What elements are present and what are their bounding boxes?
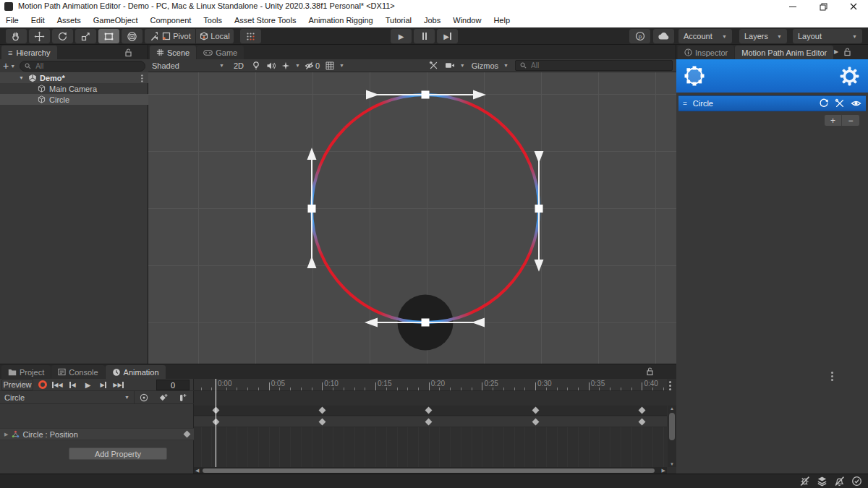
step-button[interactable]: ▶ [437, 29, 458, 43]
previous-key-button[interactable]: ◀ [65, 379, 80, 390]
scroll-right-icon[interactable]: ▶ [662, 468, 665, 474]
add-event-button[interactable] [172, 393, 191, 402]
scene-viewport[interactable] [148, 72, 676, 364]
timeline-menu-button[interactable] [666, 380, 673, 390]
animation-lock-toggle[interactable] [646, 367, 654, 376]
cloud-services-button[interactable] [653, 29, 674, 43]
tab-project[interactable]: Project [1, 365, 51, 379]
scene-tools-button[interactable] [429, 61, 438, 70]
timeline-ruler[interactable]: 0:000:050:100:150:200:250:300:350:40 [194, 379, 667, 391]
local-toggle-button[interactable]: Local [196, 29, 234, 43]
vertical-scroll-thumb[interactable] [669, 413, 675, 440]
keyframe-diamond[interactable] [532, 407, 539, 414]
layout-dropdown[interactable]: Layout▼ [793, 29, 862, 43]
scroll-down-icon[interactable]: ▼ [670, 462, 674, 466]
menu-item-tutorial[interactable]: Tutorial [386, 16, 412, 25]
inspector-lock-toggle[interactable] [843, 47, 851, 56]
eye-icon[interactable] [851, 99, 861, 108]
menu-item-file[interactable]: File [6, 16, 19, 25]
collapse-arrow-icon[interactable]: ▼ [19, 75, 24, 80]
minimize-button[interactable] [778, 0, 807, 13]
menu-item-tools[interactable]: Tools [203, 16, 222, 25]
play-button[interactable]: ▶ [391, 29, 412, 43]
cache-server-icon[interactable] [817, 476, 827, 487]
create-object-button[interactable]: + [3, 60, 9, 72]
position-keyframe-row[interactable] [194, 416, 667, 427]
last-key-button[interactable]: ▶▶ [111, 379, 126, 390]
remove-path-button[interactable]: − [842, 115, 859, 126]
path-list-item-circle[interactable]: = Circle [678, 95, 866, 111]
grid-snapping-button[interactable] [240, 29, 261, 43]
hierarchy-search-input[interactable] [34, 61, 140, 71]
keyframe-diamond[interactable] [425, 407, 433, 414]
scene-search-input[interactable] [529, 61, 668, 70]
2d-toggle-button[interactable]: 2D [231, 61, 246, 70]
menu-item-animation-rigging[interactable]: Animation Rigging [308, 16, 373, 25]
tab-scene[interactable]: Scene [150, 46, 196, 59]
scroll-left-icon[interactable]: ◀ [195, 468, 199, 474]
scale-tool-button[interactable] [75, 29, 96, 43]
transform-tool-button[interactable] [122, 29, 142, 43]
account-dropdown[interactable]: Account▼ [678, 29, 732, 43]
gizmos-dropdown[interactable]: Gizmos▼ [472, 61, 509, 70]
settings-gear-icon[interactable] [838, 65, 861, 87]
lighting-toggle-button[interactable] [252, 61, 260, 70]
scroll-up-icon[interactable]: ▲ [670, 406, 674, 411]
tab-console[interactable]: Console [51, 365, 104, 379]
scene-row-demo[interactable]: ▼ Demo* [0, 72, 148, 83]
pause-button[interactable] [414, 29, 435, 43]
keyframe-indicator-button[interactable] [135, 393, 153, 402]
move-tool-button[interactable] [29, 29, 50, 43]
add-property-button[interactable]: Add Property [69, 448, 167, 460]
menu-item-help[interactable]: Help [493, 16, 510, 25]
hand-tool-button[interactable] [6, 29, 27, 43]
animation-menu-button[interactable] [828, 371, 835, 381]
menu-item-window[interactable]: Window [453, 16, 481, 25]
menu-item-component[interactable]: Component [150, 16, 191, 25]
grid-visibility-dropdown[interactable]: ▼ [326, 61, 344, 70]
menu-item-assets[interactable]: Assets [57, 16, 81, 25]
create-dropdown-icon[interactable]: ▼ [10, 64, 15, 69]
hierarchy-item-circle[interactable]: Circle [0, 94, 148, 105]
scene-visibility-button[interactable]: 0 [305, 61, 320, 70]
add-keyframe-button[interactable] [153, 393, 172, 402]
horizontal-scroll-thumb[interactable] [203, 468, 655, 473]
first-key-button[interactable]: ◀◀ [50, 379, 65, 390]
play-animation-button[interactable]: ▶ [80, 379, 95, 390]
expand-arrow-icon[interactable]: ▶ [4, 432, 8, 437]
debugger-disabled-icon[interactable] [799, 476, 810, 487]
tab-animation[interactable]: Animation [106, 365, 166, 379]
restore-button[interactable] [809, 0, 838, 13]
hierarchy-item-main-camera[interactable]: Main Camera [0, 83, 148, 94]
frame-field[interactable] [156, 380, 190, 390]
audio-toggle-button[interactable] [266, 61, 276, 70]
lock-toggle[interactable] [124, 48, 132, 57]
version-control-button[interactable]: p [629, 29, 650, 43]
effects-dropdown-button[interactable]: ▼ [281, 61, 300, 70]
tab-game[interactable]: Game [197, 46, 244, 59]
rect-tool-button[interactable] [98, 29, 119, 43]
close-button[interactable] [839, 0, 868, 13]
playhead[interactable] [216, 379, 216, 467]
keyframe-diamond[interactable] [638, 418, 645, 425]
summary-keyframe-row[interactable] [194, 406, 667, 416]
pivot-toggle-button[interactable]: Pivot [158, 29, 195, 43]
tools-icon[interactable] [835, 98, 845, 108]
scene-menu-button[interactable] [139, 74, 145, 82]
keyframe-diamond[interactable] [318, 418, 326, 425]
clip-dropdown[interactable]: Circle ▼ [0, 391, 135, 403]
tab-motion-path-editor[interactable]: Motion Path Anim Editor [735, 46, 833, 59]
tab-hierarchy[interactable]: ≡ Hierarchy [1, 46, 57, 59]
record-button[interactable] [35, 380, 50, 389]
menu-item-asset-store-tools[interactable]: Asset Store Tools [234, 16, 296, 25]
property-row-circle-position[interactable]: ▶ Circle : Position [0, 428, 194, 440]
vertical-scrollbar[interactable]: ▲ ▼ [668, 406, 676, 467]
loop-icon[interactable] [819, 98, 829, 108]
shading-mode-dropdown[interactable]: Shaded▼ [152, 61, 224, 70]
next-key-button[interactable]: ▶ [95, 379, 111, 390]
add-path-button[interactable]: + [825, 115, 842, 126]
status-ok-icon[interactable] [851, 476, 862, 487]
keyframe-diamond[interactable] [532, 418, 539, 425]
tab-inspector[interactable]: Inspector [678, 46, 734, 59]
scene-camera-dropdown[interactable]: ▼ [445, 61, 465, 69]
